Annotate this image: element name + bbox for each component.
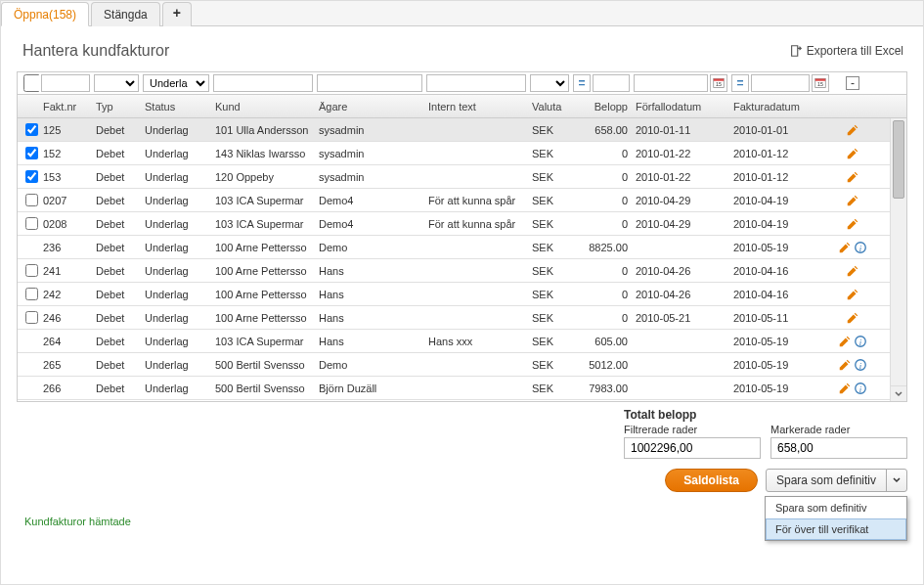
cell-agare: Hans bbox=[315, 336, 424, 347]
table-row[interactable]: 241DebetUnderlag100 Arne PetterssoHansSE… bbox=[18, 259, 906, 283]
tab-open[interactable]: Öppna(158) bbox=[1, 2, 89, 26]
info-icon[interactable]: i bbox=[854, 358, 867, 372]
table-row[interactable]: 242DebetUnderlag100 Arne PetterssoHansSE… bbox=[18, 283, 906, 306]
filter-belopp-operator[interactable]: = bbox=[573, 74, 591, 92]
filter-status-select[interactable]: Underla bbox=[143, 74, 209, 92]
col-forfall[interactable]: Förfallodatum bbox=[632, 101, 729, 112]
filter-forfall-input[interactable] bbox=[634, 74, 708, 92]
col-typ[interactable]: Typ bbox=[92, 101, 141, 112]
table-row[interactable]: 267DebetUnderlag2008 PeterDemoSEK5637.00… bbox=[18, 400, 906, 402]
row-checkbox[interactable] bbox=[25, 288, 38, 300]
export-excel-link[interactable]: Exportera till Excel bbox=[789, 44, 903, 58]
filter-select-all-checkbox[interactable] bbox=[23, 74, 39, 92]
filter-forfall-calendar[interactable]: 15 bbox=[710, 74, 727, 92]
table-row[interactable]: 125DebetUnderlag101 Ulla Anderssonsysadm… bbox=[18, 118, 906, 142]
cell-typ: Debet bbox=[92, 359, 141, 371]
save-definitive-main[interactable]: Spara som definitiv bbox=[767, 470, 887, 491]
filter-fakt-input[interactable] bbox=[41, 74, 90, 92]
cell-status: Underlag bbox=[141, 148, 211, 159]
tab-add[interactable]: + bbox=[162, 2, 192, 26]
edit-icon[interactable] bbox=[846, 288, 859, 301]
cell-fakt: 241 bbox=[39, 265, 92, 277]
cell-faktura: 2010-01-12 bbox=[729, 148, 831, 159]
edit-icon[interactable] bbox=[846, 194, 859, 207]
info-icon[interactable]: i bbox=[854, 382, 867, 395]
cell-status: Underlag bbox=[141, 265, 211, 277]
cell-typ: Debet bbox=[92, 382, 141, 394]
edit-icon[interactable] bbox=[838, 335, 852, 348]
svg-text:i: i bbox=[859, 383, 862, 393]
table-row[interactable]: 264DebetUnderlag103 ICA SupermarHansHans… bbox=[18, 330, 906, 353]
cell-agare: sysadmin bbox=[315, 171, 424, 183]
col-intern[interactable]: Intern text bbox=[424, 101, 528, 112]
save-definitive-dropdown-toggle[interactable] bbox=[887, 470, 906, 491]
dropdown-item-transfer-voucher[interactable]: För över till verifikat bbox=[766, 518, 906, 540]
cell-agare: Hans bbox=[315, 289, 424, 300]
filter-faktura-input[interactable] bbox=[751, 74, 810, 92]
filter-typ-select[interactable] bbox=[94, 74, 139, 92]
saldolista-button[interactable]: Saldolista bbox=[665, 469, 758, 492]
edit-icon[interactable] bbox=[846, 170, 859, 184]
cell-belopp: 605.00 bbox=[571, 336, 632, 347]
edit-icon[interactable] bbox=[846, 147, 859, 160]
cell-faktura: 2010-05-11 bbox=[729, 312, 831, 324]
edit-icon[interactable] bbox=[838, 382, 852, 395]
table-row[interactable]: 236DebetUnderlag100 Arne PetterssoDemoSE… bbox=[18, 236, 906, 259]
edit-icon[interactable] bbox=[846, 311, 859, 325]
cell-agare: sysadmin bbox=[315, 148, 424, 159]
cell-valuta: SEK bbox=[528, 265, 571, 277]
table-row[interactable]: 0207DebetUnderlag103 ICA SupermarDemo4Fö… bbox=[18, 189, 906, 212]
totals-section: Totalt belopp Filtrerade rader Markerade… bbox=[17, 408, 907, 459]
row-checkbox[interactable] bbox=[25, 264, 38, 277]
table-row[interactable]: 246DebetUnderlag100 Arne PetterssoHansSE… bbox=[18, 306, 906, 330]
col-belopp[interactable]: Belopp bbox=[571, 101, 632, 112]
cell-belopp: 0 bbox=[571, 218, 632, 230]
row-checkbox[interactable] bbox=[25, 194, 38, 206]
filter-faktura-operator[interactable]: = bbox=[731, 74, 749, 92]
row-checkbox[interactable] bbox=[25, 147, 38, 159]
table-row[interactable]: 0208DebetUnderlag103 ICA SupermarDemo4Fö… bbox=[18, 212, 906, 236]
cell-status: Underlag bbox=[141, 124, 211, 136]
col-faktura[interactable]: Fakturadatum bbox=[729, 101, 831, 112]
table-row[interactable]: 153DebetUnderlag120 OppebysysadminSEK020… bbox=[18, 165, 906, 189]
dropdown-item-save-definitive[interactable]: Spara som definitiv bbox=[766, 497, 906, 518]
totals-spacer bbox=[770, 408, 907, 422]
totals-marked-value bbox=[770, 437, 907, 459]
edit-icon[interactable] bbox=[846, 264, 859, 278]
filter-intern-input[interactable] bbox=[426, 74, 526, 92]
edit-icon[interactable] bbox=[846, 123, 859, 137]
vertical-scrollbar[interactable] bbox=[890, 118, 906, 401]
col-kund[interactable]: Kund bbox=[211, 101, 315, 112]
cell-status: Underlag bbox=[141, 218, 211, 230]
row-checkbox[interactable] bbox=[25, 170, 38, 183]
tab-closed[interactable]: Stängda bbox=[91, 2, 160, 26]
col-status[interactable]: Status bbox=[141, 101, 211, 112]
table-row[interactable]: 266DebetUnderlag500 Bertil SvenssoBjörn … bbox=[18, 377, 906, 400]
filter-belopp-input[interactable] bbox=[593, 74, 630, 92]
row-checkbox[interactable] bbox=[25, 311, 38, 324]
row-checkbox[interactable] bbox=[25, 123, 38, 136]
col-valuta[interactable]: Valuta bbox=[528, 101, 571, 112]
filter-kund-input[interactable] bbox=[213, 74, 313, 92]
filter-collapse-button[interactable]: - bbox=[846, 76, 859, 90]
save-definitive-split-button[interactable]: Spara som definitiv bbox=[766, 469, 907, 492]
table-row[interactable]: 152DebetUnderlag143 Niklas Iwarssosysadm… bbox=[18, 142, 906, 165]
edit-icon[interactable] bbox=[838, 358, 852, 372]
filter-faktura-calendar[interactable]: 15 bbox=[812, 74, 829, 92]
filter-valuta-select[interactable] bbox=[530, 74, 569, 92]
row-checkbox[interactable] bbox=[25, 217, 38, 230]
col-fakt[interactable]: Fakt.nr bbox=[39, 101, 92, 112]
cell-belopp: 0 bbox=[571, 171, 632, 183]
cell-belopp: 0 bbox=[571, 195, 632, 206]
filter-agare-input[interactable] bbox=[317, 74, 422, 92]
table-row[interactable]: 265DebetUnderlag500 Bertil SvenssoDemoSE… bbox=[18, 353, 906, 377]
info-icon[interactable]: i bbox=[854, 335, 867, 348]
info-icon[interactable]: i bbox=[854, 241, 867, 254]
edit-icon[interactable] bbox=[846, 217, 859, 231]
scrollbar-arrow-down[interactable] bbox=[891, 385, 906, 401]
scrollbar-thumb[interactable] bbox=[893, 120, 904, 199]
export-icon bbox=[789, 44, 803, 58]
totals-marked-label: Markerade rader bbox=[770, 424, 907, 435]
col-agare[interactable]: Ägare bbox=[315, 101, 424, 112]
edit-icon[interactable] bbox=[838, 241, 852, 254]
